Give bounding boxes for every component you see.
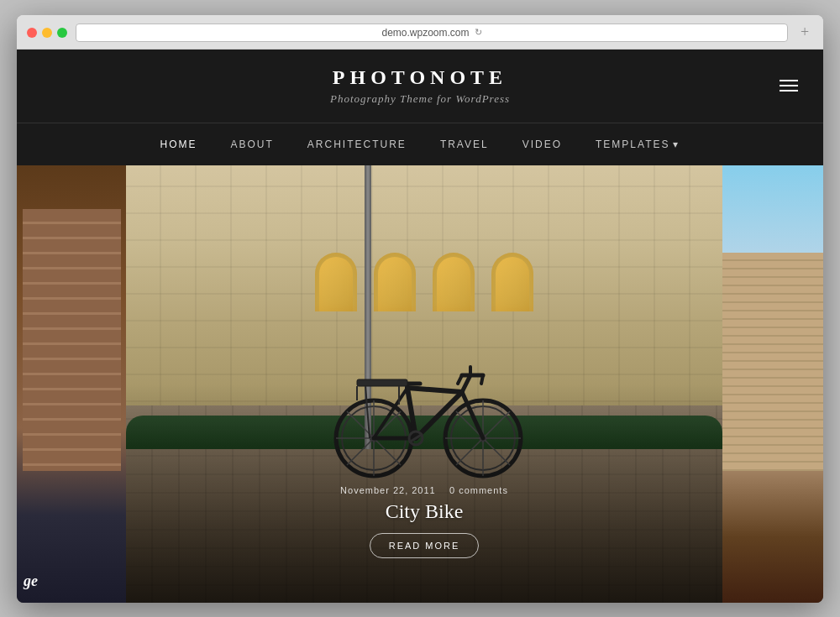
nav-templates-label: TEMPLATES <box>596 139 669 150</box>
read-more-button[interactable]: READ MORE <box>370 533 480 558</box>
nav-item-architecture[interactable]: ARCHITECTURE <box>291 133 423 155</box>
traffic-lights <box>27 28 67 38</box>
hero-slider: November 22, 2011 0 comments City Bike R… <box>17 165 823 603</box>
arch-window-4 <box>491 253 533 311</box>
nav-item-travel[interactable]: TRAVEL <box>423 133 506 155</box>
arch-window-3 <box>433 253 475 311</box>
panel-right[interactable] <box>722 165 823 603</box>
right-building-image <box>722 165 823 603</box>
nav-item-templates[interactable]: TEMPLATES ▾ <box>579 133 696 155</box>
browser-window: demo.wpzoom.com ↻ + PHOTONOTE Photograph… <box>17 15 823 603</box>
svg-line-24 <box>481 375 483 384</box>
site-main: November 22, 2011 0 comments City Bike R… <box>17 165 823 603</box>
url-text: demo.wpzoom.com <box>381 27 469 39</box>
hamburger-line-3 <box>780 90 798 92</box>
site-title: PHOTONOTE <box>330 66 510 89</box>
site-header: PHOTONOTE Photography Theme for WordPres… <box>17 50 823 123</box>
address-bar[interactable]: demo.wpzoom.com ↻ <box>76 24 788 42</box>
slide-caption: November 22, 2011 0 comments City Bike R… <box>298 485 550 558</box>
nav-item-about[interactable]: ABOUT <box>214 133 291 155</box>
arch-window-1 <box>315 253 357 311</box>
browser-chrome: demo.wpzoom.com ↻ + <box>17 15 823 50</box>
slide-date: November 22, 2011 <box>340 485 436 495</box>
header-content: PHOTONOTE Photography Theme for WordPres… <box>330 66 510 106</box>
hamburger-line-2 <box>780 85 798 86</box>
maximize-button[interactable] <box>57 28 67 38</box>
new-tab-button[interactable]: + <box>796 24 813 41</box>
nav-item-home[interactable]: HOME <box>144 133 214 155</box>
arch-window-2 <box>374 253 416 311</box>
site-tagline: Photography Theme for WordPress <box>330 92 510 106</box>
slide-meta: November 22, 2011 0 comments <box>298 485 550 495</box>
nav-item-video[interactable]: VIDEO <box>506 133 579 155</box>
panel-left[interactable] <box>17 165 126 603</box>
svg-line-23 <box>458 375 462 384</box>
hamburger-line-1 <box>780 80 798 81</box>
minimize-button[interactable] <box>42 28 52 38</box>
refresh-icon[interactable]: ↻ <box>475 27 482 38</box>
left-building-image <box>17 165 126 603</box>
arch-windows <box>186 253 663 311</box>
dropdown-arrow-icon: ▾ <box>673 139 680 150</box>
site-wrapper: PHOTONOTE Photography Theme for WordPres… <box>17 50 823 603</box>
slide-comments: 0 comments <box>449 485 508 495</box>
slide-title: City Bike <box>298 500 550 523</box>
panel-center: November 22, 2011 0 comments City Bike R… <box>126 165 722 603</box>
site-nav: HOME ABOUT ARCHITECTURE TRAVEL VIDEO TEM… <box>17 123 823 165</box>
close-button[interactable] <box>27 28 37 38</box>
hamburger-menu[interactable] <box>780 80 798 92</box>
